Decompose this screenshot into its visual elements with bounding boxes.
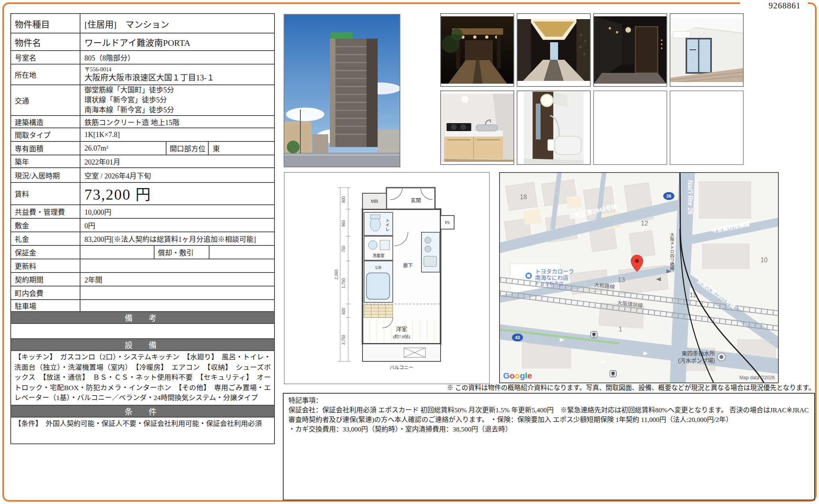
toilet-label: トイレ	[385, 219, 390, 232]
row-value: 0円	[80, 219, 274, 231]
senmen-label: 洗面室	[372, 253, 384, 258]
table-row: 契約期間 2年間	[11, 272, 274, 286]
ps-label: PS	[445, 220, 450, 225]
floorplan: 900 960 750 1,750 2,360 600 3,750 MB 玄関 …	[284, 172, 490, 384]
svg-text:18: 18	[520, 194, 527, 200]
row-value: 26.07m²	[80, 142, 166, 155]
row-label: 契約期間	[11, 273, 80, 286]
row-value-2	[210, 246, 274, 259]
row-value	[80, 300, 274, 311]
svg-text:12: 12	[641, 220, 648, 227]
row-label: 物件名	[11, 33, 80, 50]
conditions-header: 条 件	[11, 405, 274, 417]
svg-text:1: 1	[619, 326, 622, 333]
svg-text:(汚水ポンプ場): (汚水ポンプ場)	[678, 357, 715, 364]
photo-empty-slot	[593, 90, 667, 165]
station-icon	[610, 371, 616, 377]
metro-line-label: 大阪メトロ四つ橋線	[670, 232, 674, 270]
row-label: 現況/入居時期	[11, 168, 80, 182]
svg-text:東四条抽水所: 東四条抽水所	[682, 350, 715, 357]
lobby-illustration	[517, 19, 590, 81]
remarks-body	[11, 323, 274, 338]
transit-line: 南海本線「新今宮」徒歩5分	[84, 105, 174, 115]
genkan-label: 玄関	[411, 197, 421, 203]
google-logo: Google	[503, 371, 532, 380]
dim-label: 900	[341, 196, 346, 203]
postal-code: 〒556-0014	[84, 67, 112, 73]
row-label: 間取タイプ	[11, 128, 80, 141]
table-row: 物件名 ワールドアイ難波南PORTA	[11, 33, 274, 50]
room-size-label: (約7.8帖)	[393, 334, 410, 339]
bathroom-illustration	[524, 92, 584, 164]
dim-label: 3,750	[341, 335, 346, 345]
row-label: 駐車場	[11, 300, 80, 311]
svg-text:Google: Google	[503, 371, 532, 380]
table-row: 更新料	[11, 259, 274, 272]
row-value: 空室 / 2026年4月下旬	[80, 168, 274, 182]
dim-label: 2,360	[334, 269, 339, 279]
table-row: 共益費・管理費 10,000円	[11, 204, 274, 218]
row-value: 1K[1K×7.8]	[80, 128, 274, 141]
rent-value: 73,200 円	[80, 183, 274, 204]
row-label-2: 開口部方位	[166, 142, 209, 155]
table-row: 専有面積 26.07m² 開口部方位 東	[11, 141, 274, 155]
row-label: 共益費・管理費	[11, 205, 80, 218]
map-data-credit: Map data ©2026	[739, 375, 775, 380]
equipment-text: 【キッチン】 ガスコンロ（2口）・システムキッチン 【水廻り】 風呂・トイレ・洗…	[11, 350, 274, 405]
room-illustration	[670, 18, 743, 82]
photo-kitchen	[440, 90, 514, 165]
svg-text:43: 43	[515, 335, 520, 340]
station-icon	[591, 331, 597, 338]
row-label: 所在地	[11, 65, 80, 84]
equipment-header: 設 備	[11, 338, 274, 350]
disclaimer-text: ※ この資料は物件の概略紹介資料になります。写真、間取図面、設備、概要などが現況…	[283, 382, 815, 392]
photo-entrance-night	[440, 13, 514, 87]
table-row: 間取タイプ 1K[1K×7.8]	[11, 127, 274, 141]
table-row: 号室名 805（8階部分）	[11, 50, 274, 64]
property-table: 物件種目 [住居用] マンション 物件名 ワールドアイ難波南PORTA 号室名 …	[10, 13, 275, 444]
row-label: 専有面積	[11, 142, 80, 155]
dim-label: 1,750	[341, 278, 346, 288]
photo-empty-slot	[670, 90, 744, 165]
row-label: 物件種目	[11, 14, 80, 33]
svg-text:トヨタカローラ: トヨタカローラ	[535, 268, 574, 275]
row-value: ワールドアイ難波南PORTA	[80, 33, 274, 50]
row-value	[80, 286, 274, 299]
transit-line: 御堂筋線「大国町」徒歩5分	[84, 85, 174, 95]
road-label-rte26: Nat'l Rte 26	[687, 180, 694, 215]
route-badge-26: 26	[663, 192, 674, 200]
row-label-2: 償却・敷引	[154, 246, 210, 259]
photo-entrance-lobby	[517, 13, 591, 87]
svg-text:13: 13	[618, 277, 625, 283]
notes-title: 特記事項：	[288, 396, 809, 406]
table-row: 敷金 0円	[11, 218, 274, 231]
row-label: 建築構造	[11, 116, 80, 127]
dim-label: 600	[341, 308, 346, 314]
row-value: 2年間	[80, 273, 274, 286]
map: 浪速区第2842号線 今宮高校南横線 浪速区第2851号線 Nat'l Rte …	[499, 172, 779, 383]
table-row: 駐車場	[11, 299, 274, 311]
row-label: 交通	[11, 85, 80, 115]
rouka-label: 廊下	[403, 263, 413, 269]
floorplan-drawing: 900 960 750 1,750 2,360 600 3,750 MB 玄関 …	[284, 173, 489, 384]
svg-text:南海なにわ店: 南海なにわ店	[535, 275, 568, 281]
transit-line: 環状線「新今宮」徒歩5分	[84, 95, 167, 105]
row-value: 〒556-0014 大阪府大阪市浪速区大国１丁目13-１	[80, 65, 274, 84]
notes-body: ・カギ交換費用：33,000円（契約時）・室内清掃費用：38,500円（退去時）	[288, 425, 809, 434]
table-row: 町内会費	[11, 286, 274, 299]
photo-bathroom	[517, 90, 591, 165]
table-row: 建築構造 鉄筋コンクリート造 地上15階	[11, 115, 274, 127]
route-badge-43: 43	[512, 333, 523, 341]
row-value: 10,000円	[80, 205, 274, 218]
doc-number: 9268861	[769, 1, 801, 11]
row-label: 敷金	[11, 219, 80, 231]
photo-building-exterior	[284, 14, 400, 167]
table-row: 築年 2022年01月	[11, 155, 274, 167]
table-row-rent: 賃料 73,200 円	[11, 182, 274, 204]
notes-body: 保証会社：保証会社利用必須 エポスカード 初回総賃料50% 月次更新1.5% 年…	[288, 406, 809, 425]
table-row: 所在地 〒556-0014 大阪府大阪市浪速区大国１丁目13-１	[11, 64, 274, 84]
row-label: 礼金	[11, 232, 80, 245]
svg-text:トヨタ販売店: トヨタ販売店	[535, 281, 564, 287]
kitchen-illustration	[441, 94, 513, 162]
table-row: 礼金 83,200円[※法人契約は総賃料1ヶ月分追加※相談可能]	[11, 231, 274, 245]
